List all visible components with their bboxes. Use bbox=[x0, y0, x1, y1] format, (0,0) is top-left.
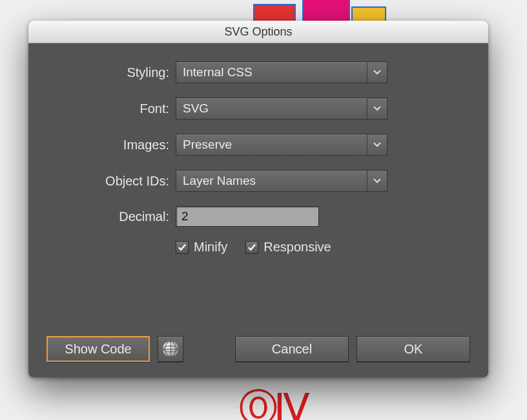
minify-label: Minify bbox=[194, 240, 227, 255]
chevron-down-icon bbox=[367, 171, 387, 191]
ok-button[interactable]: OK bbox=[356, 336, 470, 362]
objectids-select-value: Layer Names bbox=[183, 174, 256, 188]
cancel-label: Cancel bbox=[272, 342, 312, 357]
objectids-select[interactable]: Layer Names bbox=[176, 170, 388, 192]
decimal-input[interactable] bbox=[176, 206, 319, 227]
images-select-value: Preserve bbox=[183, 138, 232, 152]
font-select-value: SVG bbox=[183, 101, 209, 116]
cancel-button[interactable]: Cancel bbox=[235, 336, 349, 362]
bg-text: ⓄⅣ bbox=[239, 383, 305, 420]
web-preview-button[interactable] bbox=[158, 336, 183, 362]
images-select[interactable]: Preserve bbox=[176, 134, 388, 156]
show-code-label: Show Code bbox=[65, 342, 131, 357]
globe-icon bbox=[163, 341, 178, 357]
chevron-down-icon bbox=[367, 134, 387, 155]
ok-label: OK bbox=[404, 342, 423, 357]
chevron-down-icon bbox=[367, 62, 387, 83]
chevron-down-icon bbox=[367, 98, 387, 119]
font-select[interactable]: SVG bbox=[176, 98, 388, 120]
svg-options-dialog: SVG Options Styling: Internal CSS Font: … bbox=[28, 21, 488, 377]
check-icon bbox=[176, 241, 189, 254]
styling-select[interactable]: Internal CSS bbox=[176, 61, 388, 83]
styling-label: Styling: bbox=[58, 65, 176, 80]
dialog-footer: Show Code Cancel OK bbox=[28, 336, 488, 362]
decimal-label: Decimal: bbox=[58, 209, 176, 224]
check-icon bbox=[245, 241, 258, 254]
minify-checkbox[interactable]: Minify bbox=[176, 240, 227, 255]
show-code-button[interactable]: Show Code bbox=[46, 336, 150, 362]
images-label: Images: bbox=[58, 138, 176, 152]
responsive-label: Responsive bbox=[264, 240, 331, 255]
responsive-checkbox[interactable]: Responsive bbox=[245, 240, 331, 255]
styling-select-value: Internal CSS bbox=[183, 65, 253, 79]
font-label: Font: bbox=[58, 101, 176, 116]
objectids-label: Object IDs: bbox=[58, 174, 176, 189]
dialog-body: Styling: Internal CSS Font: SVG Images: … bbox=[28, 43, 488, 255]
dialog-title: SVG Options bbox=[28, 21, 488, 43]
